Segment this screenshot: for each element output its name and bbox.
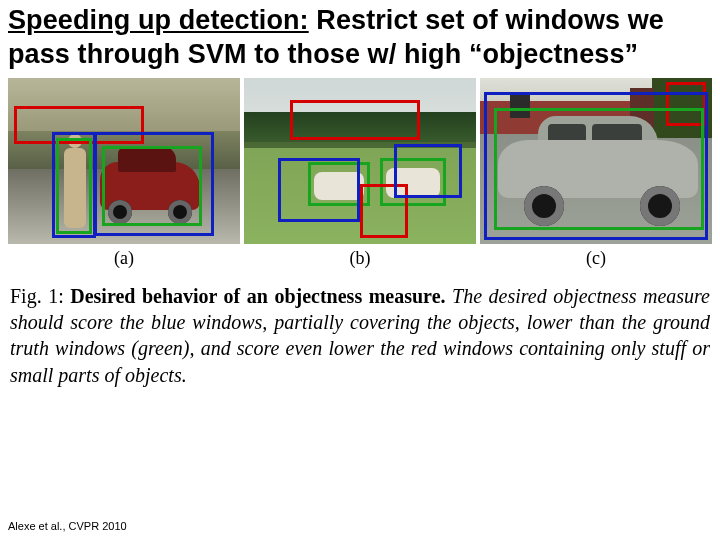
panel-label-a: (a) <box>8 248 240 269</box>
bbox-blue <box>94 132 214 236</box>
figure-image-a <box>8 78 240 244</box>
panel-label-c: (c) <box>480 248 712 269</box>
bbox-red <box>290 100 420 140</box>
caption-lead-bold: Desired behavior of an objectness measur… <box>70 285 445 307</box>
caption-lead-label: Fig. 1: <box>10 285 70 307</box>
title-underlined: Speeding up detection: <box>8 5 309 35</box>
figure-image-b <box>244 78 476 244</box>
slide-title: Speeding up detection: Restrict set of w… <box>8 4 712 72</box>
bbox-blue <box>278 158 360 222</box>
figure-image-c <box>480 78 712 244</box>
panel-label-b: (b) <box>244 248 476 269</box>
figure-panel-c: (c) <box>480 78 712 269</box>
figure-panel-b: (b) <box>244 78 476 269</box>
figure-caption: Fig. 1: Desired behavior of an objectnes… <box>10 283 710 389</box>
bbox-blue <box>394 144 462 198</box>
figure-row: (a) (b) <box>8 78 712 269</box>
bbox-blue <box>484 92 708 240</box>
citation: Alexe et al., CVPR 2010 <box>8 520 127 532</box>
figure-panel-a: (a) <box>8 78 240 269</box>
bbox-blue <box>52 132 96 238</box>
